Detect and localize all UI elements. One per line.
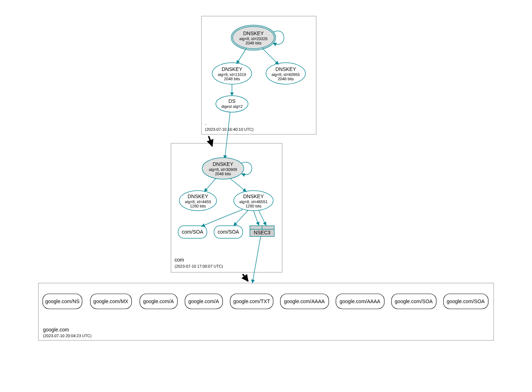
svg-text:DNSKEY: DNSKEY: [275, 66, 296, 72]
node-google-soa2: google.com/SOA: [443, 294, 488, 309]
node-google-soa1: google.com/SOA: [391, 294, 436, 309]
node-com-soa2: com/SOA: [214, 226, 243, 238]
node-com-zsk1: DNSKEY alg=8, id=4459 1280 bits: [179, 191, 217, 211]
node-com-soa1: com/SOA: [178, 226, 207, 238]
zone-com-timestamp: (2023-07-10 17:00:07 UTC): [175, 264, 223, 268]
svg-text:2048 bits: 2048 bits: [224, 77, 240, 81]
edge-czsk2-nsec3b: [259, 211, 266, 225]
svg-text:DNSKEY: DNSKEY: [243, 193, 264, 199]
svg-text:google.com/A: google.com/A: [188, 298, 219, 304]
svg-text:google.com/NS: google.com/NS: [45, 298, 80, 304]
svg-text:com/SOA: com/SOA: [218, 229, 239, 235]
zone-root-timestamp: (2023-07-10 16:40:10 UTC): [205, 127, 253, 132]
svg-text:2048 bits: 2048 bits: [215, 172, 231, 176]
zone-google-box: [38, 283, 494, 340]
svg-text:DNSKEY: DNSKEY: [243, 30, 264, 36]
svg-text:DNSKEY: DNSKEY: [213, 161, 233, 167]
svg-text:google.com/SOA: google.com/SOA: [395, 298, 433, 304]
node-com-nsec3: NSEC3: [250, 226, 274, 236]
zone-google-label: google.com: [43, 327, 69, 333]
node-root-ds: DS digest alg=2: [216, 96, 248, 112]
node-root-zsk1: DNSKEY alg=8, id=11019 2048 bits: [212, 63, 252, 84]
svg-text:DNSKEY: DNSKEY: [222, 66, 242, 72]
svg-text:alg=8, id=30909: alg=8, id=30909: [209, 167, 237, 172]
zone-google-timestamp: (2023-07-10 20:04:23 UTC): [43, 334, 91, 338]
svg-text:DS: DS: [228, 98, 235, 104]
svg-text:google.com/MX: google.com/MX: [93, 298, 128, 304]
node-google-a2: google.com/A: [185, 294, 223, 309]
svg-text:google.com/AAAA: google.com/AAAA: [339, 298, 380, 304]
svg-text:1280 bits: 1280 bits: [190, 204, 206, 208]
node-root-ksk: DNSKEY alg=8, id=20326 2048 bits: [231, 25, 276, 50]
dnssec-diagram: . (2023-07-10 16:40:10 UTC) DNSKEY alg=8…: [33, 7, 499, 351]
svg-text:NSEC3: NSEC3: [254, 230, 271, 235]
svg-text:alg=8, id=4459: alg=8, id=4459: [185, 200, 211, 204]
edge-czsk2-soa2: [234, 210, 248, 226]
node-com-zsk2: DNSKEY alg=8, id=46551 1280 bits: [234, 191, 273, 211]
edge-rksk-rzsk1: [237, 48, 246, 64]
node-root-zsk2: DNSKEY alg=8, id=60955 2048 bits: [266, 63, 305, 84]
edge-czsk2-nsec3a: [253, 211, 259, 225]
node-google-txt: google.com/TXT: [230, 294, 273, 309]
edge-cksk-czsk2: [230, 178, 246, 192]
svg-text:alg=8, id=46551: alg=8, id=46551: [239, 200, 268, 204]
svg-text:digest alg=2: digest alg=2: [221, 104, 243, 109]
svg-text:google.com/TXT: google.com/TXT: [233, 298, 270, 304]
svg-text:google.com/SOA: google.com/SOA: [447, 298, 485, 304]
svg-text:com/SOA: com/SOA: [182, 229, 204, 235]
svg-text:alg=8, id=60955: alg=8, id=60955: [272, 72, 300, 77]
svg-text:DNSKEY: DNSKEY: [187, 193, 208, 199]
edge-com-to-google: [243, 274, 248, 281]
node-google-aaaa1: google.com/AAAA: [280, 294, 329, 309]
node-google-mx: google.com/MX: [90, 294, 132, 309]
node-google-a1: google.com/A: [140, 294, 177, 309]
node-google-ns: google.com/NS: [43, 294, 82, 309]
svg-text:2048 bits: 2048 bits: [278, 77, 294, 81]
edge-root-to-com: [209, 136, 212, 146]
node-com-ksk: DNSKEY alg=8, id=30909 2048 bits: [202, 158, 244, 179]
edge-ds-to-comksk: [225, 112, 230, 159]
node-google-aaaa2: google.com/AAAA: [336, 294, 384, 309]
svg-text:google.com/AAAA: google.com/AAAA: [284, 298, 325, 304]
svg-text:alg=8, id=20326: alg=8, id=20326: [239, 37, 268, 41]
edge-rksk-rzsk2: [262, 48, 279, 64]
svg-text:2048 bits: 2048 bits: [246, 41, 262, 45]
edge-cksk-czsk1: [204, 178, 216, 192]
edge-czsk2-soa1: [201, 210, 243, 226]
edge-nsec3-to-google: [252, 236, 261, 283]
zone-root-label: .: [205, 120, 206, 126]
svg-text:1280 bits: 1280 bits: [246, 204, 262, 208]
zone-com-label: com: [175, 257, 184, 263]
svg-text:alg=8, id=11019: alg=8, id=11019: [218, 72, 246, 77]
svg-text:google.com/A: google.com/A: [143, 298, 174, 304]
